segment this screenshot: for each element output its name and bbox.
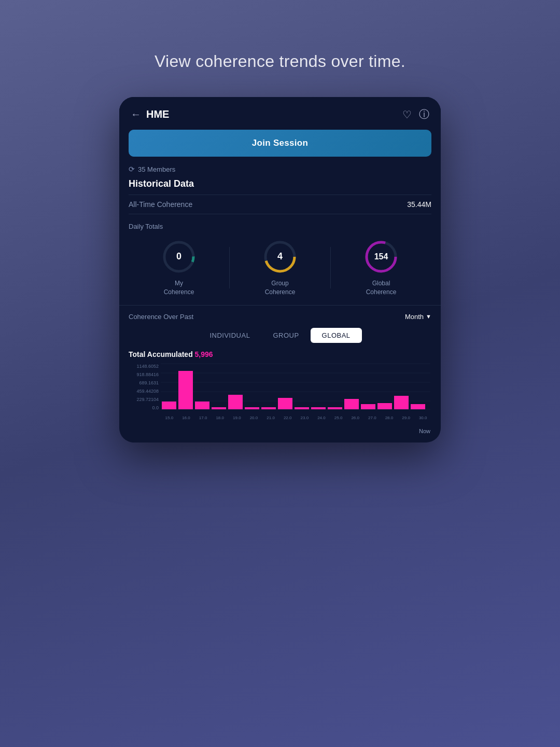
svg-rect-25	[328, 407, 342, 409]
members-row: ⟳ 35 Members	[119, 163, 441, 178]
tab-global[interactable]: GLOBAL	[311, 328, 362, 343]
circles-row: 0 MyCoherence 4 GroupCoherence	[129, 239, 431, 297]
total-label: Total Accumulated	[129, 350, 195, 358]
svg-rect-19	[228, 395, 243, 409]
x-label-9: 24.0	[313, 416, 330, 426]
svg-rect-23	[295, 407, 309, 409]
x-label-11: 26.0	[347, 416, 364, 426]
svg-rect-28	[377, 403, 392, 409]
svg-rect-27	[361, 404, 375, 409]
historical-title: Historical Data	[129, 178, 431, 189]
coherence-over-past-label: Coherence Over Past	[129, 313, 193, 321]
x-label-10: 25.0	[330, 416, 347, 426]
members-count: 35 Members	[138, 165, 175, 173]
x-axis-labels: 15.0 16.0 17.0 18.0 19.0 20.0 21.0 22.0 …	[161, 416, 431, 426]
svg-rect-22	[278, 398, 292, 409]
x-label-2: 17.0	[194, 416, 212, 426]
month-selector[interactable]: Month ▼	[405, 313, 431, 321]
svg-rect-15	[162, 402, 176, 409]
info-icon[interactable]: ⓘ	[419, 107, 429, 121]
svg-rect-17	[195, 402, 209, 409]
x-label-1: 16.0	[178, 416, 195, 426]
my-coherence-circle: 0	[161, 239, 197, 275]
app-header: ← HME ♡ ⓘ	[119, 97, 441, 130]
back-button[interactable]: ←	[131, 108, 141, 120]
heart-icon[interactable]: ♡	[402, 108, 412, 121]
all-time-coherence-row: All-Time Coherence 35.44M	[129, 195, 431, 214]
bar-chart-svg	[161, 364, 430, 410]
total-value: 5,996	[195, 350, 213, 358]
y-label-2: 689.1631	[129, 380, 159, 385]
x-label-4: 19.0	[229, 416, 246, 426]
tab-group[interactable]: GROUP	[261, 328, 310, 343]
svg-rect-20	[245, 407, 259, 409]
chevron-down-icon: ▼	[426, 313, 431, 320]
svg-rect-29	[394, 396, 409, 409]
y-label-1: 918.88416	[129, 372, 159, 377]
tab-individual[interactable]: INDIVIDUAL	[198, 328, 261, 343]
now-label: Now	[129, 428, 431, 434]
svg-rect-24	[311, 407, 326, 409]
app-title: HME	[146, 108, 169, 120]
chart-section: Total Accumulated 5,996 1148.6052 918.88…	[119, 350, 441, 442]
svg-rect-16	[178, 371, 193, 409]
page-title: View coherence trends over time.	[155, 52, 405, 71]
y-label-3: 459.44208	[129, 389, 159, 394]
y-axis-labels: 1148.6052 918.88416 689.1631 459.44208 2…	[129, 364, 159, 410]
month-text: Month	[405, 313, 424, 321]
my-coherence-item: 0 MyCoherence	[129, 239, 229, 297]
x-label-12: 27.0	[364, 416, 381, 426]
group-coherence-circle: 4	[262, 239, 298, 275]
daily-totals-section: Daily Totals 0 MyCoherence 4 Group	[119, 214, 441, 306]
x-label-3: 18.0	[212, 416, 229, 426]
group-coherence-item: 4 GroupCoherence	[230, 239, 330, 297]
historical-section: Historical Data All-Time Coherence 35.44…	[119, 178, 441, 214]
header-left: ← HME	[131, 108, 169, 120]
x-label-7: 22.0	[279, 416, 296, 426]
svg-rect-18	[212, 407, 226, 409]
x-label-15: 30.0	[414, 416, 431, 426]
x-label-6: 21.0	[262, 416, 279, 426]
x-label-5: 20.0	[245, 416, 262, 426]
daily-totals-label: Daily Totals	[129, 223, 431, 230]
x-label-14: 29.0	[398, 416, 415, 426]
y-label-4: 229.72104	[129, 397, 159, 402]
x-label-13: 28.0	[381, 416, 398, 426]
all-time-label: All-Time Coherence	[129, 200, 192, 209]
header-icons: ♡ ⓘ	[402, 107, 429, 121]
svg-rect-21	[261, 407, 276, 409]
global-coherence-item: 154 GlobalCoherence	[331, 239, 431, 297]
svg-text:4: 4	[277, 251, 283, 261]
coherence-over-past-section: Coherence Over Past Month ▼ INDIVIDUAL G…	[119, 306, 441, 343]
global-coherence-label: GlobalCoherence	[366, 279, 397, 297]
svg-rect-26	[344, 399, 359, 409]
phone-card: ← HME ♡ ⓘ Join Session ⟳ 35 Members Hist…	[119, 97, 441, 442]
y-label-0: 1148.6052	[129, 364, 159, 369]
svg-rect-30	[411, 404, 425, 409]
my-coherence-label: MyCoherence	[164, 279, 194, 297]
all-time-value: 35.44M	[407, 200, 431, 209]
svg-text:154: 154	[374, 252, 388, 261]
bar-chart: 1148.6052 918.88416 689.1631 459.44208 2…	[129, 364, 431, 426]
members-icon: ⟳	[129, 165, 135, 173]
total-accumulated: Total Accumulated 5,996	[129, 350, 431, 358]
x-label-8: 23.0	[296, 416, 313, 426]
join-session-button[interactable]: Join Session	[129, 130, 431, 157]
y-label-5: 0.0	[129, 405, 159, 410]
group-coherence-label: GroupCoherence	[265, 279, 296, 297]
coherence-header: Coherence Over Past Month ▼	[129, 313, 431, 321]
x-label-0: 15.0	[161, 416, 178, 426]
chart-tabs: INDIVIDUAL GROUP GLOBAL	[129, 328, 431, 343]
svg-text:0: 0	[176, 251, 181, 261]
global-coherence-circle: 154	[363, 239, 399, 275]
